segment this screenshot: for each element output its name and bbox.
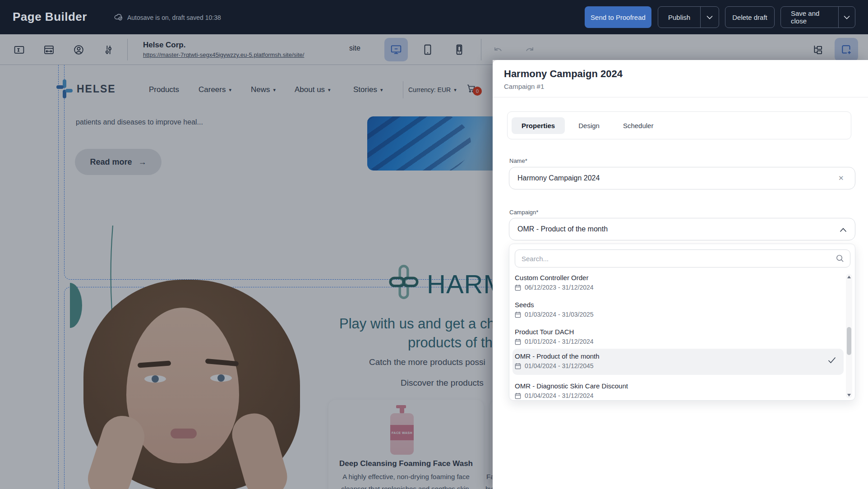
tab-scheduler[interactable]: Scheduler <box>613 117 664 134</box>
save-dropdown-chevron-icon[interactable] <box>839 7 855 28</box>
campaign-field-label: Campaign* <box>509 209 538 216</box>
section1-image <box>367 116 493 171</box>
calendar-icon <box>515 392 521 399</box>
sliders-icon[interactable] <box>103 44 114 57</box>
nav-stories[interactable]: Stories▾ <box>353 85 383 94</box>
caret-down-icon: ▾ <box>380 87 383 93</box>
text-block-icon[interactable] <box>14 44 25 57</box>
calendar-icon <box>515 363 521 369</box>
campaign-side-panel: Harmony Campaign 2024 Campaign #1 Proper… <box>493 60 868 489</box>
panel-tabs: Properties Design Scheduler <box>507 111 851 139</box>
nav-products[interactable]: Products <box>149 85 179 94</box>
redo-icon[interactable] <box>523 44 536 57</box>
nav-careers[interactable]: Careers▾ <box>199 85 231 94</box>
product2-frag1: Fac <box>486 473 493 480</box>
product-desc-line1: A highly effective, non-drying foaming f… <box>328 473 484 480</box>
account-icon[interactable] <box>73 44 84 57</box>
helse-logo-icon[interactable] <box>55 78 74 101</box>
product-title: Deep Cleansing Foaming Face Wash <box>328 459 484 468</box>
name-field-label: Name* <box>509 157 527 164</box>
calendar-icon <box>515 284 521 291</box>
layout-width-icon[interactable] <box>43 44 55 57</box>
calendar-icon <box>515 311 521 318</box>
currency-selector[interactable]: Currency: EUR▾ <box>408 86 457 93</box>
dropdown-search-input[interactable] <box>515 249 850 268</box>
dropdown-scrollbar[interactable] <box>846 274 852 398</box>
campaign-select[interactable]: OMR - Product of the month <box>509 218 855 240</box>
site-label: site <box>349 44 360 52</box>
caret-down-icon: ▾ <box>454 87 457 93</box>
tab-properties[interactable]: Properties <box>512 117 565 134</box>
campaign-option[interactable]: Seeds 01/03/2024 - 31/03/2025 <box>515 301 838 318</box>
panel-title: Harmony Campaign 2024 <box>504 68 623 80</box>
page-tree-icon[interactable] <box>812 44 824 58</box>
nav-news[interactable]: News▾ <box>251 85 276 94</box>
search-icon <box>836 254 844 264</box>
hero-subline2: Discover the products <box>401 378 493 388</box>
campaign-option[interactable]: Custom Controller Order 06/12/2023 - 31/… <box>515 274 838 291</box>
campaign-select-value: OMR - Product of the month <box>517 225 608 233</box>
campaign-dropdown: Custom Controller Order 06/12/2023 - 31/… <box>509 244 855 401</box>
caret-down-icon: ▾ <box>273 87 276 93</box>
cart-badge: 0 <box>473 87 482 96</box>
device-tablet-button[interactable] <box>416 38 439 61</box>
product2-frag2: hyd <box>485 485 493 489</box>
save-and-close-button[interactable]: Save and close <box>780 6 855 28</box>
chevron-up-icon[interactable] <box>840 226 847 234</box>
undo-icon[interactable] <box>492 44 504 57</box>
campaign-option[interactable]: Product Tour DACH 01/01/2024 - 31/12/202… <box>515 328 838 345</box>
caret-down-icon: ▾ <box>229 87 231 93</box>
arrow-right-icon: → <box>139 157 147 167</box>
campaign-option-selected[interactable]: OMR - Product of the month 01/04/2024 - … <box>515 352 838 369</box>
device-desktop-button[interactable] <box>384 38 408 61</box>
calendar-icon <box>515 338 521 345</box>
scrollbar-thumb[interactable] <box>847 327 851 355</box>
device-mobile-button[interactable] <box>448 38 471 61</box>
harmony-brand-text: HARM <box>427 269 493 299</box>
site-url-link[interactable]: https://master-7rqtwti-segx45igywzzy.eu-… <box>143 51 304 58</box>
caret-down-icon: ▾ <box>328 87 331 93</box>
add-section-button[interactable] <box>835 38 858 61</box>
app-title: Page Builder <box>13 10 87 24</box>
product-card[interactable]: FACE WASH Deep Cleansing Foaming Face Wa… <box>328 400 484 489</box>
section1-teaser-text: patients and diseases to improve heal... <box>76 118 203 126</box>
delete-draft-button[interactable]: Delete draft <box>725 6 775 28</box>
send-to-proofread-button[interactable]: Send to Proofread <box>585 6 651 28</box>
nav-about-us[interactable]: About us▾ <box>295 85 331 94</box>
scroll-up-icon[interactable] <box>847 276 851 278</box>
publish-button[interactable]: Publish <box>658 6 719 28</box>
top-bar: Page Builder Autosave is on, draft saved… <box>0 0 868 34</box>
tab-design[interactable]: Design <box>568 117 609 134</box>
product-desc-line2: cleanser that replenishes and soothes sk… <box>328 485 484 489</box>
publish-dropdown-chevron-icon[interactable] <box>701 7 719 28</box>
autosave-status: Autosave is on, draft saved 10:38 <box>114 13 221 22</box>
bottle-label: FACE WASH <box>390 425 414 440</box>
campaign-option[interactable]: OMR - Diagnostic Skin Care Discount 01/0… <box>515 382 838 399</box>
page-selection-edge <box>58 65 59 489</box>
site-name: Helse Corp. <box>143 41 185 50</box>
helse-logo-text[interactable]: HELSE <box>77 83 116 95</box>
site-preview: HELSE Products Careers▾ News▾ About us▾ … <box>0 65 493 489</box>
read-more-button[interactable]: Read more → <box>75 149 162 175</box>
scroll-down-icon[interactable] <box>847 394 851 397</box>
name-input[interactable] <box>509 167 855 189</box>
panel-subtitle: Campaign #1 <box>504 83 544 90</box>
hero-headline-line2: products of the <box>408 335 493 351</box>
app-window: Page Builder Autosave is on, draft saved… <box>0 0 868 489</box>
check-icon <box>828 357 836 365</box>
clear-name-icon[interactable]: ✕ <box>838 174 844 182</box>
cloud-check-icon <box>114 13 123 22</box>
